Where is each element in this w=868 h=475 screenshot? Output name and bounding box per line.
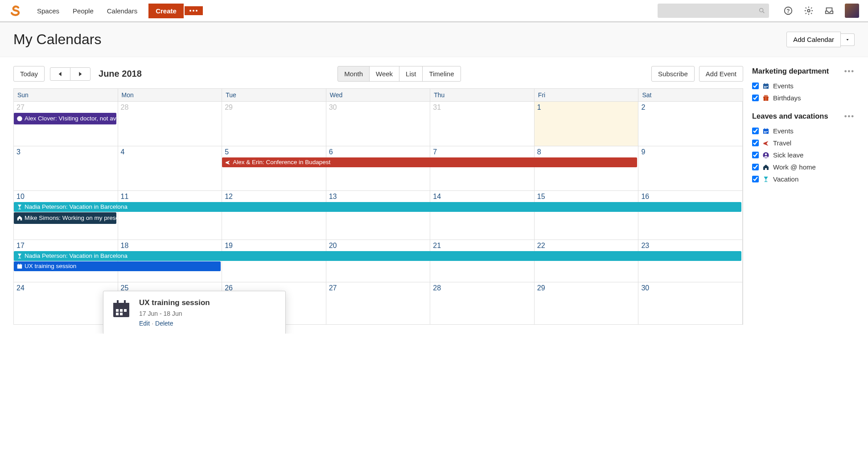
- calendar-event[interactable]: Alex Clover: VIsiting doctor, not availa…: [14, 113, 116, 124]
- day-cell[interactable]: 28: [430, 282, 535, 324]
- page-header: My Calendars Add Calendar: [0, 22, 868, 57]
- more-icon[interactable]: •••: [844, 112, 855, 120]
- day-number: 28: [433, 284, 531, 292]
- calendar-toggle[interactable]: [752, 164, 759, 170]
- day-header: Sat: [638, 89, 743, 101]
- view-list[interactable]: List: [399, 66, 423, 82]
- more-icon[interactable]: •••: [844, 67, 855, 75]
- day-number: 4: [121, 148, 219, 156]
- day-cell[interactable]: 3: [14, 146, 118, 190]
- day-cell[interactable]: 28: [118, 101, 222, 146]
- day-cell[interactable]: 6: [326, 146, 431, 190]
- calendar-event[interactable]: Mike Simons: Working on my presentation: [14, 212, 116, 224]
- nav-calendars[interactable]: Calendars: [100, 7, 144, 15]
- prev-button[interactable]: [50, 67, 70, 81]
- day-cell[interactable]: 15: [535, 190, 639, 240]
- view-month[interactable]: Month: [337, 66, 370, 82]
- day-header: Fri: [535, 89, 639, 101]
- day-cell[interactable]: 5: [222, 146, 326, 190]
- calendar-event[interactable]: Nadia Peterson: Vacation in Barcelona: [14, 202, 741, 212]
- day-cell[interactable]: 24: [14, 282, 118, 324]
- create-button[interactable]: Create: [148, 4, 184, 18]
- glass-icon: [762, 176, 769, 183]
- sidebar-item[interactable]: Travel: [752, 137, 855, 149]
- calendar-sidebar: Marketing department••• Events Birthdays…: [752, 66, 855, 325]
- sidebar-item[interactable]: Events: [752, 80, 855, 92]
- sidebar-item[interactable]: Sick leave: [752, 149, 855, 161]
- calendar-toggle[interactable]: [752, 95, 759, 101]
- day-cell[interactable]: 12: [222, 190, 326, 240]
- calendar-toggle[interactable]: [752, 140, 759, 146]
- popover-date: 17 Jun - 18 Jun: [139, 310, 210, 317]
- more-button[interactable]: [185, 6, 203, 15]
- sidebar-item[interactable]: Birthdays: [752, 92, 855, 104]
- day-cell[interactable]: 27: [326, 282, 431, 324]
- day-number: 30: [329, 103, 428, 112]
- calendar-toggle[interactable]: [752, 128, 759, 134]
- day-cell[interactable]: 4: [118, 146, 222, 190]
- day-cell[interactable]: 11: [118, 190, 222, 240]
- day-number: 19: [225, 242, 323, 250]
- day-header: Wed: [326, 89, 431, 101]
- plane-icon: [225, 159, 231, 165]
- calendar-toggle[interactable]: [752, 83, 759, 89]
- day-cell[interactable]: 30: [638, 282, 743, 324]
- help-icon[interactable]: [783, 6, 793, 16]
- sidebar-item-label: Sick leave: [773, 151, 803, 159]
- user-icon: [762, 152, 769, 159]
- sidebar-item[interactable]: Vacation: [752, 173, 855, 185]
- delete-link[interactable]: Delete: [155, 320, 173, 327]
- day-number: 30: [641, 284, 740, 292]
- calendar-toggle[interactable]: [752, 152, 759, 158]
- day-cell[interactable]: 16: [638, 190, 743, 240]
- nav-people[interactable]: People: [66, 7, 100, 15]
- add-event-button[interactable]: Add Event: [699, 66, 743, 82]
- today-button[interactable]: Today: [13, 66, 45, 82]
- view-timeline[interactable]: Timeline: [422, 66, 461, 82]
- day-cell[interactable]: 30: [326, 101, 431, 146]
- next-button[interactable]: [70, 67, 91, 81]
- day-number: 23: [641, 242, 740, 250]
- add-calendar-button[interactable]: Add Calendar: [786, 32, 841, 47]
- calendar-event[interactable]: Alex & Erin: Conference in Budapest: [222, 157, 637, 167]
- calendar-icon: [16, 263, 23, 269]
- search-input[interactable]: [658, 4, 769, 18]
- day-cell[interactable]: 29: [535, 282, 639, 324]
- day-number: 2: [641, 103, 740, 112]
- day-header: Mon: [118, 89, 222, 101]
- inbox-icon[interactable]: [824, 6, 834, 16]
- calendar-event[interactable]: Nadia Peterson: Vacation in Barcelona: [14, 251, 741, 261]
- avatar[interactable]: [845, 4, 859, 18]
- day-cell[interactable]: 2: [638, 101, 743, 146]
- calendar-event[interactable]: UX training session: [14, 261, 221, 271]
- subscribe-button[interactable]: Subscribe: [651, 66, 695, 82]
- day-number: 3: [16, 148, 115, 156]
- day-number: 28: [121, 103, 219, 112]
- nav-spaces[interactable]: Spaces: [30, 7, 66, 15]
- home-icon: [762, 164, 769, 171]
- day-number: 9: [641, 148, 740, 156]
- logo-icon[interactable]: [9, 4, 30, 17]
- day-number: 11: [121, 193, 219, 201]
- day-number: 12: [225, 193, 323, 201]
- day-cell[interactable]: 8: [535, 146, 639, 190]
- day-cell[interactable]: 29: [222, 101, 326, 146]
- day-cell[interactable]: 14: [430, 190, 535, 240]
- day-cell[interactable]: 9: [638, 146, 743, 190]
- day-cell[interactable]: 31: [430, 101, 535, 146]
- day-cell[interactable]: 7: [430, 146, 535, 190]
- sidebar-item[interactable]: Work @ home: [752, 161, 855, 173]
- gift-icon: [762, 95, 769, 102]
- day-cell[interactable]: 13: [326, 190, 431, 240]
- day-number: 6: [329, 148, 428, 156]
- view-week[interactable]: Week: [369, 66, 399, 82]
- page-title: My Calendars: [13, 31, 101, 48]
- calendar-toggle[interactable]: [752, 176, 759, 182]
- gear-icon[interactable]: [804, 6, 814, 16]
- day-cell[interactable]: 1: [535, 101, 639, 146]
- calendar-grid: SunMonTueWedThuFriSat 272829303112Alex C…: [13, 88, 743, 325]
- user-icon: [16, 116, 23, 122]
- edit-link[interactable]: Edit: [139, 320, 150, 327]
- sidebar-item[interactable]: Events: [752, 125, 855, 137]
- add-calendar-dropdown[interactable]: [841, 33, 855, 46]
